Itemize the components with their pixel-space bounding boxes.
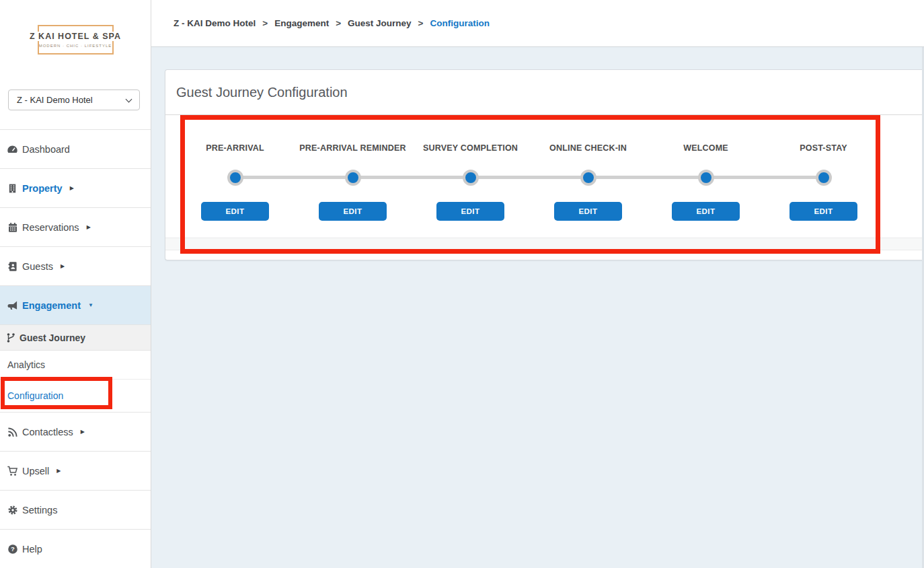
topbar: Z - KAI Demo Hotel > Engagement > Guest … [151, 0, 924, 47]
timeline-connector-line [235, 176, 824, 179]
sidebar-item-label: Property [22, 183, 63, 194]
sidebar-item-reservations[interactable]: Reservations ▶ [0, 208, 151, 247]
sidebar-item-label: Help [22, 544, 42, 555]
branch-icon [5, 332, 16, 343]
app-root: Z KAI HOTEL & SPA MODERN · CHIC · LIFEST… [0, 0, 924, 568]
edit-button[interactable]: EDIT [319, 202, 387, 221]
journey-step-survey-completion: SURVEY COMPLETION EDIT [412, 143, 529, 221]
sidebar-menu: Dashboard Property ▶ Reservations ▶ [0, 129, 151, 568]
sidebar-item-label: Dashboard [22, 144, 70, 155]
rss-icon [7, 427, 18, 437]
card-header: Guest Journey Configuration [165, 70, 924, 115]
card-footer [165, 238, 924, 250]
step-label: WELCOME [683, 143, 728, 153]
chevron-down-icon [126, 96, 132, 103]
journey-step-pre-arrival-reminder: PRE-ARRIVAL REMINDER EDIT [294, 143, 412, 221]
step-dot [345, 170, 361, 186]
journey-step-pre-arrival: PRE-ARRIVAL EDIT [176, 143, 294, 221]
sidebar-item-label: Engagement [22, 300, 81, 311]
breadcrumb-separator: > [336, 18, 341, 28]
step-dot [698, 170, 714, 186]
calendar-icon [7, 222, 18, 233]
step-label: POST-STAY [800, 143, 847, 153]
edit-button[interactable]: EDIT [554, 202, 622, 221]
edit-button[interactable]: EDIT [436, 202, 504, 221]
chevron-right-icon: ▶ [56, 468, 61, 474]
svg-text:?: ? [11, 545, 15, 553]
sidebar-item-property[interactable]: Property ▶ [0, 169, 151, 208]
chevron-right-icon: ▶ [87, 225, 91, 230]
guest-journey-configuration-card: Guest Journey Configuration PRE-ARRIVAL … [165, 69, 924, 260]
cart-icon [7, 466, 18, 476]
breadcrumb-separator: > [262, 18, 268, 28]
page-title: Guest Journey Configuration [176, 85, 348, 100]
sidebar-item-label: Guests [22, 261, 53, 272]
journey-step-online-check-in: ONLINE CHECK-IN EDIT [529, 143, 647, 221]
breadcrumb-item-configuration: Configuration [430, 18, 489, 28]
chevron-right-icon: ▶ [81, 429, 85, 435]
edit-button[interactable]: EDIT [201, 202, 269, 221]
sidebar-item-help[interactable]: ? Help [0, 530, 151, 568]
sidebar-item-label: Configuration [7, 390, 63, 401]
journey-step-welcome: WELCOME EDIT [647, 143, 765, 221]
card-footer-spacer [165, 250, 924, 260]
sidebar: Z KAI HOTEL & SPA MODERN · CHIC · LIFEST… [0, 0, 151, 568]
step-label: ONLINE CHECK-IN [549, 143, 627, 153]
sidebar-item-analytics[interactable]: Analytics [0, 351, 151, 380]
megaphone-icon [7, 300, 18, 311]
breadcrumb-item-guest-journey[interactable]: Guest Journey [348, 18, 412, 28]
step-dot [227, 170, 243, 186]
property-select-value: Z - KAI Demo Hotel [17, 95, 93, 105]
journey-timeline: PRE-ARRIVAL EDIT PRE-ARRIVAL REMINDER ED… [176, 143, 882, 221]
brand-logo: Z KAI HOTEL & SPA MODERN · CHIC · LIFEST… [0, 0, 151, 90]
card-body: PRE-ARRIVAL EDIT PRE-ARRIVAL REMINDER ED… [165, 115, 924, 238]
sidebar-item-label: Analytics [7, 359, 45, 370]
help-icon: ? [7, 544, 18, 555]
property-select[interactable]: Z - KAI Demo Hotel [8, 90, 140, 110]
sidebar-item-configuration[interactable]: Configuration [0, 380, 151, 413]
edit-button[interactable]: EDIT [672, 202, 740, 221]
step-label: PRE-ARRIVAL [206, 143, 264, 153]
chevron-right-icon: ▶ [61, 264, 65, 269]
breadcrumb-item-hotel[interactable]: Z - KAI Demo Hotel [174, 18, 256, 28]
main-area: Z - KAI Demo Hotel > Engagement > Guest … [151, 0, 924, 568]
sidebar-item-guests[interactable]: Guests ▶ [0, 247, 151, 286]
breadcrumb-item-engagement[interactable]: Engagement [274, 18, 329, 28]
building-icon [7, 183, 18, 194]
sidebar-item-engagement[interactable]: Engagement ▼ [0, 286, 151, 325]
edit-button[interactable]: EDIT [790, 202, 857, 221]
sidebar-item-upsell[interactable]: Upsell ▶ [0, 452, 151, 491]
sidebar-item-label: Settings [22, 505, 57, 516]
breadcrumb: Z - KAI Demo Hotel > Engagement > Guest … [174, 18, 490, 28]
journey-step-post-stay: POST-STAY EDIT [765, 143, 882, 221]
step-dot [463, 170, 479, 186]
sidebar-item-label: Contactless [22, 427, 73, 437]
dashboard-icon [7, 143, 18, 155]
step-dot [580, 170, 596, 186]
sidebar-item-guest-journey[interactable]: Guest Journey [0, 325, 151, 351]
chevron-down-icon: ▼ [88, 303, 93, 308]
brand-tagline: MODERN · CHIC · LIFESTYLE [0, 44, 151, 48]
brand-name: Z KAI HOTEL & SPA [28, 32, 123, 41]
sidebar-item-label: Reservations [22, 222, 79, 233]
breadcrumb-separator: > [418, 18, 424, 28]
sidebar-item-label: Upsell [22, 466, 49, 476]
sidebar-item-settings[interactable]: Settings [0, 491, 151, 530]
step-label: PRE-ARRIVAL REMINDER [299, 143, 406, 153]
gear-icon [7, 505, 18, 516]
sidebar-item-label: Guest Journey [20, 332, 85, 343]
sidebar-item-contactless[interactable]: Contactless ▶ [0, 413, 151, 452]
content-area: Guest Journey Configuration PRE-ARRIVAL … [151, 47, 924, 568]
step-dot [816, 170, 832, 186]
sidebar-item-dashboard[interactable]: Dashboard [0, 130, 151, 169]
step-label: SURVEY COMPLETION [423, 143, 518, 153]
chevron-right-icon: ▶ [70, 186, 74, 191]
address-book-icon [7, 261, 18, 272]
